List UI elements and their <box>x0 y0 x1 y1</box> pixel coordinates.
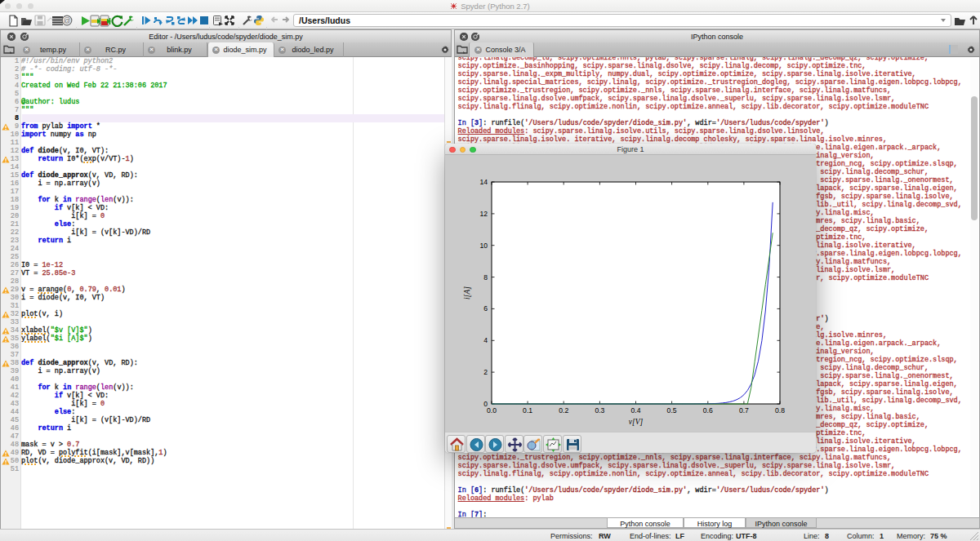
svg-text:0.8: 0.8 <box>775 406 785 415</box>
svg-text:0.5: 0.5 <box>667 406 677 415</box>
svg-text:0.1: 0.1 <box>523 406 532 415</box>
svg-text:10: 10 <box>479 242 488 250</box>
svg-text:2: 2 <box>483 368 488 376</box>
svg-text:0.7: 0.7 <box>739 406 749 415</box>
svg-text:v[V]: v[V] <box>629 418 644 426</box>
svg-text:0.0: 0.0 <box>487 406 497 415</box>
svg-text:8: 8 <box>483 273 488 282</box>
svg-text:@: @ <box>63 16 70 24</box>
svg-text:0.6: 0.6 <box>703 406 713 415</box>
svg-text:14: 14 <box>479 178 488 186</box>
svg-text:6: 6 <box>483 304 488 313</box>
svg-text:0.3: 0.3 <box>595 406 604 415</box>
svg-text:4: 4 <box>483 336 488 344</box>
svg-text:0.4: 0.4 <box>631 406 641 415</box>
svg-text:0.2: 0.2 <box>559 406 568 415</box>
svg-text:0: 0 <box>483 400 488 408</box>
svg-text:12: 12 <box>479 210 488 218</box>
svg-text:i[A]: i[A] <box>463 286 471 299</box>
